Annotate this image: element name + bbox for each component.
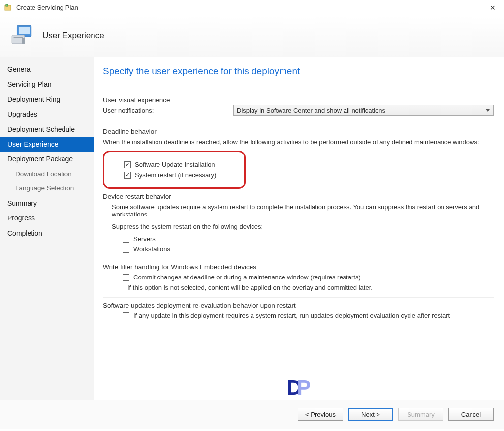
commit-changes-checkbox[interactable] xyxy=(123,274,129,281)
servers-label: Servers xyxy=(133,235,156,243)
visual-group-label: User visual experience xyxy=(103,96,494,104)
sidebar-item-deployment-schedule[interactable]: Deployment Schedule xyxy=(0,122,94,137)
titlebar: Create Servicing Plan ✕ xyxy=(0,0,504,15)
workstations-label: Workstations xyxy=(133,246,170,253)
restart-title: Device restart behavior xyxy=(103,193,494,200)
sidebar-item-upgrades[interactable]: Upgrades xyxy=(0,107,94,122)
sidebar-item-deployment-ring[interactable]: Deployment Ring xyxy=(0,92,94,107)
svg-rect-3 xyxy=(19,27,30,34)
user-notifications-value: Display in Software Center and show all … xyxy=(237,107,385,114)
system-restart-checkbox[interactable] xyxy=(124,172,131,179)
software-update-install-label: Software Update Installation xyxy=(135,161,215,168)
sidebar-item-summary[interactable]: Summary xyxy=(0,196,94,211)
software-update-install-checkbox[interactable] xyxy=(124,161,131,168)
summary-button: Summary xyxy=(398,408,443,421)
computer-icon xyxy=(9,23,36,50)
wizard-icon xyxy=(4,4,12,12)
writefilter-title: Write filter handling for Windows Embedd… xyxy=(103,263,494,271)
svg-rect-6 xyxy=(22,37,25,43)
sidebar-item-general[interactable]: General xyxy=(0,62,94,77)
cancel-button[interactable]: Cancel xyxy=(448,408,494,421)
sidebar-item-progress[interactable]: Progress xyxy=(0,211,94,225)
window-title: Create Servicing Plan xyxy=(16,4,486,11)
writefilter-note: If this option is not selected, content … xyxy=(103,284,494,291)
highlight-box: Software Update Installation System rest… xyxy=(103,151,246,189)
restart-desc2: Suppress the system restart on the follo… xyxy=(103,223,494,230)
reeval-label: If any update in this deployment require… xyxy=(133,312,450,319)
sidebar-item-deployment-package[interactable]: Deployment Package xyxy=(0,152,94,166)
workstations-checkbox[interactable] xyxy=(123,246,129,253)
commit-changes-label: Commit changes at deadline or during a m… xyxy=(133,274,361,281)
next-button[interactable]: Next > xyxy=(348,408,393,421)
sidebar-item-language-selection[interactable]: Language Selection xyxy=(0,181,94,196)
sidebar-item-user-experience[interactable]: User Experience xyxy=(0,137,94,152)
reeval-title: Software updates deployment re-evaluatio… xyxy=(103,302,494,309)
page-heading: Specify the user experience for this dep… xyxy=(103,66,494,77)
svg-rect-5 xyxy=(14,37,23,38)
system-restart-label: System restart (if necessary) xyxy=(135,171,216,179)
reeval-checkbox[interactable] xyxy=(123,312,129,319)
deadline-desc: When the installation deadline is reache… xyxy=(103,138,494,146)
restart-desc: Some software updates require a system r… xyxy=(103,203,494,218)
page-title: User Experience xyxy=(42,31,104,41)
close-icon[interactable]: ✕ xyxy=(486,1,500,15)
user-notifications-label: User notifications: xyxy=(103,107,233,114)
servers-checkbox[interactable] xyxy=(123,236,129,243)
banner: User Experience xyxy=(0,15,504,57)
user-notifications-dropdown[interactable]: Display in Software Center and show all … xyxy=(233,105,494,116)
svg-rect-1 xyxy=(6,4,8,6)
sidebar-item-download-location[interactable]: Download Location xyxy=(0,167,94,182)
footer: < Previous Next > Summary Cancel xyxy=(0,400,504,429)
watermark-logo: DP xyxy=(287,376,311,400)
sidebar: General Servicing Plan Deployment Ring U… xyxy=(0,57,94,400)
deadline-title: Deadline behavior xyxy=(103,128,494,135)
sidebar-item-completion[interactable]: Completion xyxy=(0,226,94,241)
previous-button[interactable]: < Previous xyxy=(298,408,343,421)
main-panel: Specify the user experience for this dep… xyxy=(94,57,504,400)
sidebar-item-servicing-plan[interactable]: Servicing Plan xyxy=(0,77,94,92)
